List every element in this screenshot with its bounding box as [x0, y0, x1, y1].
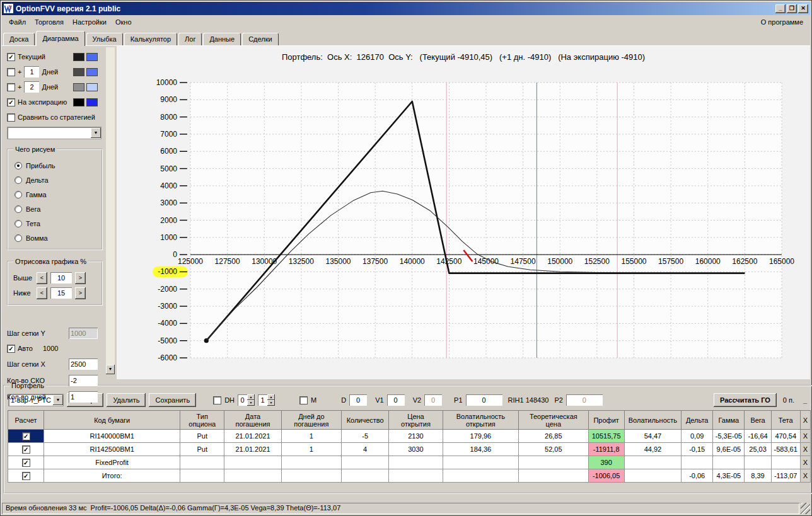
delete-button[interactable]: Удалить: [107, 393, 146, 407]
dh-spinner-2-input[interactable]: [258, 394, 267, 406]
plus1-alt-color-swatch[interactable]: [86, 68, 98, 76]
spin-up-icon[interactable]: ▲: [267, 394, 275, 400]
m-checkbox[interactable]: [299, 396, 308, 404]
row-delete-button[interactable]: X: [800, 443, 810, 456]
current-checkbox[interactable]: ✓: [7, 53, 15, 61]
spin-down-icon[interactable]: ▼: [247, 400, 255, 406]
titlebar[interactable]: OptionFVV версия 2.1 public _ ❐ ✕: [2, 2, 810, 15]
current-alt-color-swatch[interactable]: [86, 53, 98, 61]
col-header-vega[interactable]: Вега: [745, 411, 771, 430]
v1-input[interactable]: [387, 394, 405, 406]
col-header-calc[interactable]: Расчет: [8, 411, 44, 430]
row-delete-button[interactable]: X: [800, 430, 810, 443]
tab-board[interactable]: Доска: [3, 33, 35, 45]
tab-calculator[interactable]: Калькулятор: [124, 33, 177, 45]
tab-data[interactable]: Данные: [203, 33, 241, 45]
col-header-delete[interactable]: X: [800, 411, 810, 430]
plus1-line-color-swatch[interactable]: [73, 68, 84, 76]
row-enabled-checkbox[interactable]: ✓: [22, 445, 30, 454]
below-decrease-button[interactable]: <: [37, 287, 47, 299]
col-header-volatility[interactable]: Волатильность: [624, 411, 681, 430]
above-decrease-button[interactable]: <: [37, 272, 47, 284]
radio-gamma[interactable]: [14, 191, 22, 198]
col-header-days-to-maturity[interactable]: Дней до погашения: [281, 411, 341, 430]
row-delete-button[interactable]: X: [800, 456, 810, 469]
below-increase-button[interactable]: >: [75, 287, 86, 299]
tab-trades[interactable]: Сделки: [242, 33, 279, 45]
col-header-maturity-date[interactable]: Дата погашения: [224, 411, 281, 430]
col-header-open-price[interactable]: Цена открытия: [389, 411, 443, 430]
row-select-cell[interactable]: ✓: [8, 469, 44, 483]
row-select-cell[interactable]: ✓: [8, 430, 44, 443]
cell-option-type: [180, 469, 224, 483]
above-increase-button[interactable]: >: [75, 272, 86, 284]
tab-diagram[interactable]: Диаграмма: [36, 31, 84, 46]
radio-profit[interactable]: [14, 162, 22, 169]
plus2-line-color-swatch[interactable]: [73, 83, 84, 91]
calc-margin-button[interactable]: Рассчитать ГО: [714, 393, 777, 407]
menu-about[interactable]: О программе: [757, 17, 808, 27]
below-percent-input[interactable]: [50, 287, 72, 299]
above-percent-input[interactable]: [50, 272, 72, 284]
maximize-button[interactable]: ❐: [787, 4, 797, 13]
col-header-quantity[interactable]: Количество: [342, 411, 389, 430]
scroll-down-icon[interactable]: ▼: [106, 365, 115, 374]
plus2-days-input[interactable]: [24, 81, 39, 93]
menu-file[interactable]: Файл: [4, 17, 30, 27]
svg-text:165000: 165000: [769, 257, 794, 266]
plus2-checkbox[interactable]: [7, 83, 15, 91]
chevron-down-icon[interactable]: ▼: [91, 128, 101, 138]
menu-window[interactable]: Окно: [111, 17, 136, 27]
expiration-line-color-swatch[interactable]: [73, 98, 84, 106]
plus1-days-input[interactable]: [24, 66, 39, 77]
auto-grid-checkbox[interactable]: ✓: [7, 345, 15, 353]
resize-grip[interactable]: [801, 503, 810, 514]
cell-open-price: [389, 456, 443, 469]
row-delete-button[interactable]: X: [800, 469, 810, 483]
dh-spinner-1-input[interactable]: [238, 394, 247, 406]
portfolio-chart[interactable]: -6000-5000-4000-3000-2000-10000100020003…: [117, 65, 810, 370]
tab-log[interactable]: Лог: [178, 33, 202, 45]
spin-up-icon[interactable]: ▲: [247, 394, 255, 400]
expiration-alt-color-swatch[interactable]: [86, 98, 98, 106]
grid-step-x-input[interactable]: [69, 358, 98, 370]
current-line-color-swatch[interactable]: [73, 53, 84, 61]
d-input[interactable]: [349, 394, 367, 406]
expiration-checkbox[interactable]: ✓: [7, 98, 15, 106]
radio-delta[interactable]: [14, 176, 22, 184]
dh-checkbox[interactable]: [213, 396, 221, 404]
radio-theta[interactable]: [14, 220, 22, 227]
days-count-input[interactable]: [69, 391, 98, 403]
col-header-gamma[interactable]: Гамма: [713, 411, 745, 430]
row-enabled-checkbox[interactable]: ✓: [22, 472, 30, 480]
p1-input[interactable]: [466, 394, 502, 406]
col-header-theor-price[interactable]: Теоретическая цена: [519, 411, 588, 430]
cell-vega: 8,39: [745, 469, 771, 483]
menu-trading[interactable]: Торговля: [30, 17, 68, 27]
col-header-option-type[interactable]: Тип опциона: [180, 411, 224, 430]
close-button[interactable]: ✕: [798, 4, 808, 13]
compare-strategy-checkbox[interactable]: [7, 113, 15, 122]
minimize-button[interactable]: _: [775, 4, 786, 13]
col-header-profit[interactable]: Профит: [588, 411, 624, 430]
menu-settings[interactable]: Настройки: [68, 17, 111, 27]
col-header-theta[interactable]: Тета: [771, 411, 800, 430]
col-header-open-volatility[interactable]: Волатильность открытия: [443, 411, 518, 430]
row-select-cell[interactable]: ✓: [8, 443, 44, 456]
col-header-delta[interactable]: Дельта: [682, 411, 713, 430]
save-button[interactable]: Сохранить: [149, 393, 196, 407]
spin-down-icon[interactable]: ▼: [267, 400, 275, 406]
plus1-checkbox[interactable]: [7, 68, 15, 76]
strategy-select[interactable]: ▼: [7, 127, 102, 139]
plus2-alt-color-swatch[interactable]: [86, 83, 98, 91]
row-enabled-checkbox[interactable]: ✓: [22, 432, 30, 440]
radio-vega[interactable]: [14, 205, 22, 213]
row-enabled-checkbox[interactable]: ✓: [22, 459, 30, 467]
tab-smile[interactable]: Улыбка: [86, 33, 123, 45]
sidebar-scrollbar[interactable]: ▼: [106, 47, 115, 374]
row-select-cell[interactable]: ✓: [8, 456, 44, 469]
sko-count-input[interactable]: [69, 375, 98, 386]
panel-minimize-button[interactable]: _: [801, 396, 809, 404]
col-header-code[interactable]: Код бумаги: [44, 411, 180, 430]
radio-vomma[interactable]: [14, 234, 22, 242]
